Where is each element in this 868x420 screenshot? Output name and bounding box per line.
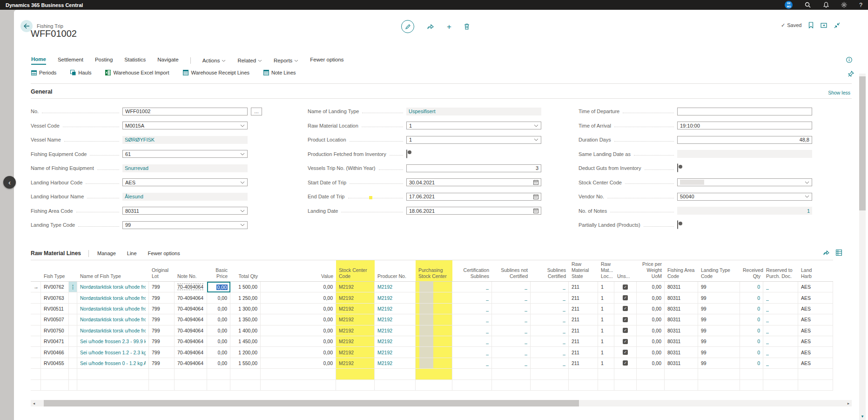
vessels-trip-no-input[interactable]: 3 xyxy=(406,164,541,172)
cell-state[interactable]: 211 xyxy=(569,292,598,303)
cell-fish[interactable] xyxy=(41,380,69,391)
cell-fish[interactable]: RV00750 xyxy=(41,325,69,336)
cell-notcert[interactable]: _ xyxy=(492,347,531,358)
toolbar-note-lines[interactable]: Note Lines xyxy=(263,70,296,75)
calendar-icon[interactable] xyxy=(533,194,538,199)
cell-cert[interactable] xyxy=(452,369,492,379)
cell-producer[interactable]: M2192 xyxy=(375,347,416,358)
cell-fish[interactable]: RV00471 xyxy=(41,336,69,347)
cell-state[interactable]: 211 xyxy=(569,314,598,325)
cell-certd[interactable]: _ xyxy=(531,304,569,314)
cell-name[interactable]: Nordøstarktisk torsk u/hode fross... xyxy=(77,314,149,325)
cell-mark[interactable] xyxy=(31,336,41,347)
toolbar-periods[interactable]: Periods xyxy=(31,70,56,75)
lines-menu-fewer-options[interactable]: Fewer options xyxy=(148,251,180,256)
cell-state[interactable]: 211 xyxy=(569,325,598,336)
cell-total[interactable]: 1 350,00 xyxy=(230,314,261,325)
checkbox-checked[interactable]: ✓ xyxy=(623,317,628,322)
share-icon[interactable] xyxy=(427,23,434,30)
cell-reserved[interactable]: _ xyxy=(763,282,798,292)
cell-cert[interactable]: _ xyxy=(452,325,492,336)
cell-harb[interactable]: AES xyxy=(798,358,833,369)
cell-lot[interactable]: 799 xyxy=(149,292,175,303)
cell-name[interactable]: Sei u/hode frossen 2.3 - 99.9 kg A xyxy=(77,336,149,347)
stock-center-code-input[interactable] xyxy=(677,178,812,186)
column-header-total[interactable]: Total Qty xyxy=(230,273,261,281)
cell-uns[interactable]: ✓ xyxy=(614,314,637,325)
cell-cert[interactable] xyxy=(452,380,492,391)
tab-settlement[interactable]: Settlement xyxy=(58,57,83,64)
column-header-notcert[interactable]: Sublines not Certified xyxy=(492,267,531,281)
column-header-name[interactable]: Name of Fish Type xyxy=(77,273,149,281)
cell-state[interactable]: 211 xyxy=(569,304,598,314)
app-title[interactable]: Dynamics 365 Business Central xyxy=(6,2,83,8)
cell-ltype[interactable]: 99 xyxy=(698,282,740,292)
cell-note[interactable]: 70-4094064 xyxy=(175,325,207,336)
cell-ltype[interactable]: 99 xyxy=(698,336,740,347)
chevron-down-icon[interactable] xyxy=(240,124,245,127)
cell-name[interactable] xyxy=(77,380,149,391)
cell-lot[interactable]: 799 xyxy=(149,336,175,347)
chevron-down-icon[interactable] xyxy=(534,124,538,127)
cell-notcert[interactable] xyxy=(492,369,531,379)
cell-price[interactable] xyxy=(637,380,665,391)
cell-producer[interactable]: M2192 xyxy=(375,304,416,314)
tab-statistics[interactable]: Statistics xyxy=(124,57,146,64)
cell-stock[interactable]: M2192 xyxy=(336,292,375,303)
column-header-basic[interactable]: Basic Price xyxy=(207,267,230,281)
cell-note[interactable] xyxy=(175,380,207,391)
open-in-excel-icon[interactable] xyxy=(836,250,842,256)
start-date-of-trip-input[interactable]: 30.04.2021 xyxy=(406,178,541,186)
cell-notcert[interactable] xyxy=(492,380,531,391)
cell-value[interactable] xyxy=(261,369,336,379)
tab-posting[interactable]: Posting xyxy=(95,57,113,64)
cell-purch[interactable] xyxy=(416,380,452,391)
checkbox-checked[interactable]: ✓ xyxy=(623,350,628,355)
cell-value[interactable]: 0,00 xyxy=(261,325,336,336)
cell-lot[interactable] xyxy=(149,380,175,391)
cell-fish[interactable]: RV00466 xyxy=(41,347,69,358)
cell-basic[interactable] xyxy=(207,369,230,379)
cell-recv[interactable]: 0 xyxy=(740,336,763,347)
cell-loc[interactable]: 1 xyxy=(598,304,614,314)
cell-uns[interactable]: ✓ xyxy=(614,304,637,314)
cell-name[interactable]: Nordøstarktisk torsk u/hode fross... xyxy=(77,282,149,292)
cell-fish[interactable]: RV00511 xyxy=(41,304,69,314)
horizontal-scroll-thumb[interactable] xyxy=(44,400,579,406)
toolbar-warehouse-receipt-lines[interactable]: Warehouse Receipt Lines xyxy=(183,70,249,75)
cell-fish[interactable]: RV00455 xyxy=(41,358,69,369)
cell-loc[interactable]: 1 xyxy=(598,347,614,358)
fewer-options-link[interactable]: Fewer options xyxy=(310,57,343,64)
cell-harb[interactable]: AES xyxy=(798,325,833,336)
cell-value[interactable]: 0,00 xyxy=(261,304,336,314)
cell-price[interactable]: 0,00 xyxy=(637,336,665,347)
time-of-departure-input[interactable] xyxy=(677,108,812,115)
cell-lot[interactable]: 799 xyxy=(149,358,175,369)
chevron-down-icon[interactable] xyxy=(805,195,809,198)
cell-area[interactable] xyxy=(665,380,698,391)
cell-cert[interactable]: _ xyxy=(452,347,492,358)
cell-price[interactable]: 0,00 xyxy=(637,292,665,303)
cell-area[interactable]: 80311 xyxy=(665,292,698,303)
cell-recv[interactable]: 0 xyxy=(740,292,763,303)
cell-ltype[interactable] xyxy=(698,369,740,379)
scroll-down-arrow[interactable]: ▼ xyxy=(859,414,866,419)
cell-loc[interactable]: 1 xyxy=(598,314,614,325)
cell-total[interactable]: 1 500,00 xyxy=(230,282,261,292)
cell-note[interactable] xyxy=(175,369,207,379)
cell-certd[interactable]: _ xyxy=(531,292,569,303)
cell-producer[interactable]: M2192 xyxy=(375,314,416,325)
cell-basic[interactable]: 0,00 xyxy=(207,282,230,292)
environment-badge[interactable]: DE MO xyxy=(785,1,793,9)
cell-total[interactable]: 1 200,00 xyxy=(230,347,261,358)
column-header-cert[interactable]: Certification Sublines xyxy=(452,267,492,281)
cell-mark[interactable]: → xyxy=(31,282,41,292)
column-header-area[interactable]: Fishing Area Code xyxy=(665,267,698,281)
cell-total[interactable]: 1 450,00 xyxy=(230,336,261,347)
column-header-loc[interactable]: Raw Mat... Loc... xyxy=(598,261,614,281)
cell-cert[interactable]: _ xyxy=(452,358,492,369)
horizontal-scrollbar[interactable]: ◄ ► xyxy=(31,400,852,406)
help-icon[interactable]: ? xyxy=(859,2,862,8)
cell-stock[interactable] xyxy=(336,369,375,379)
cell-notcert[interactable]: _ xyxy=(492,304,531,314)
